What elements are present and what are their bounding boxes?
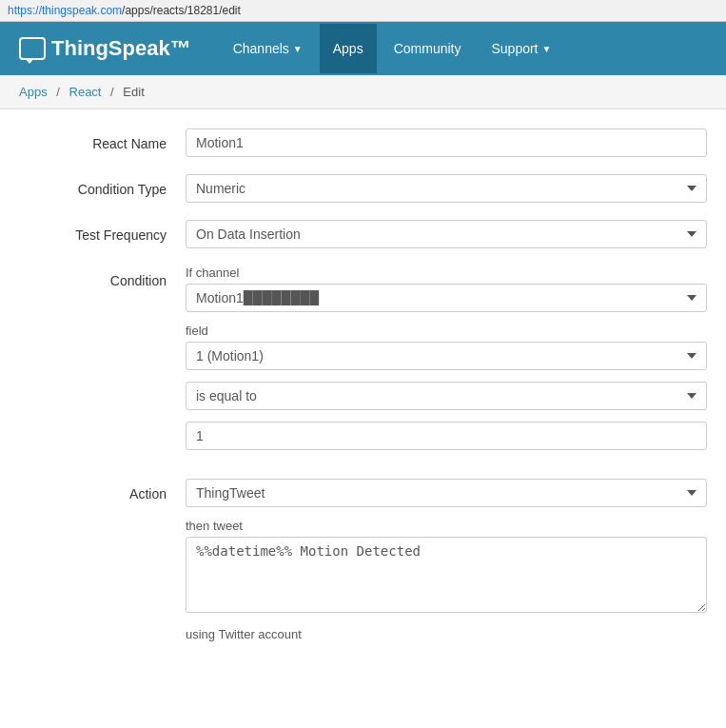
- condition-type-row: Condition Type Numeric String: [19, 174, 707, 203]
- twitter-account-row: using Twitter account: [186, 627, 707, 641]
- react-name-label: React Name: [19, 128, 186, 151]
- nav-channels-label: Channels: [233, 41, 289, 56]
- nav-support[interactable]: Support ▼: [478, 24, 564, 73]
- brand-name: ThingSpeak™: [51, 36, 191, 61]
- nav-apps-label: Apps: [333, 41, 363, 56]
- condition-type-select[interactable]: Numeric String: [186, 174, 707, 203]
- condition-label: Condition: [19, 266, 186, 288]
- if-channel-row: If channel Motion1████████: [186, 266, 707, 312]
- react-name-row: React Name: [19, 128, 707, 157]
- navbar: ThingSpeak™ Channels ▼ Apps Community Su…: [0, 22, 726, 75]
- test-frequency-row: Test Frequency On Data Insertion Every 1…: [19, 220, 707, 248]
- brand-logo[interactable]: ThingSpeak™: [19, 36, 191, 61]
- condition-row: Condition If channel Motion1████████ fie…: [19, 266, 707, 462]
- test-frequency-label: Test Frequency: [19, 220, 186, 243]
- channel-select[interactable]: Motion1████████: [186, 284, 707, 312]
- then-tweet-label: then tweet: [186, 519, 707, 533]
- nav-community[interactable]: Community: [381, 24, 475, 73]
- test-frequency-select[interactable]: On Data Insertion Every 10 Minutes Every…: [186, 220, 707, 248]
- condition-value-input[interactable]: [186, 422, 707, 450]
- condition-fields: If channel Motion1████████ field 1 (Moti…: [186, 266, 707, 462]
- action-row: Action ThingTweet ThingHTTP MATLAB Analy…: [19, 479, 707, 653]
- operator-select[interactable]: is equal to is not equal to is greater t…: [186, 382, 707, 410]
- nav-items: Channels ▼ Apps Community Support ▼: [220, 24, 565, 73]
- if-channel-label: If channel: [186, 266, 707, 280]
- breadcrumb-edit: Edit: [123, 85, 144, 99]
- nav-apps[interactable]: Apps: [320, 24, 377, 73]
- condition-value-row: [186, 422, 707, 450]
- main-form: React Name Condition Type Numeric String…: [0, 109, 726, 689]
- nav-channels[interactable]: Channels ▼: [220, 24, 316, 73]
- nav-community-label: Community: [394, 41, 461, 56]
- address-url: https://thingspeak.com/apps/reacts/18281…: [8, 4, 241, 17]
- react-name-input[interactable]: [186, 128, 707, 157]
- action-field: ThingTweet ThingHTTP MATLAB Analysis the…: [186, 479, 707, 653]
- condition-type-field: Numeric String: [186, 174, 707, 203]
- field-row: field 1 (Motion1) 2: [186, 324, 707, 370]
- support-caret: ▼: [542, 44, 552, 54]
- field-label: field: [186, 324, 707, 338]
- field-select[interactable]: 1 (Motion1) 2: [186, 342, 707, 370]
- twitter-account-label: using Twitter account: [186, 627, 707, 641]
- action-select[interactable]: ThingTweet ThingHTTP MATLAB Analysis: [186, 479, 707, 507]
- breadcrumb-react[interactable]: React: [69, 85, 102, 99]
- then-tweet-textarea[interactable]: %%datetime%% Motion Detected: [186, 537, 707, 613]
- then-tweet-row: then tweet %%datetime%% Motion Detected: [186, 519, 707, 616]
- operator-row: is equal to is not equal to is greater t…: [186, 382, 707, 410]
- chat-icon: [19, 37, 46, 60]
- react-name-field: [186, 128, 707, 157]
- test-frequency-field: On Data Insertion Every 10 Minutes Every…: [186, 220, 707, 248]
- breadcrumb-sep-2: /: [110, 85, 114, 99]
- nav-support-label: Support: [491, 41, 538, 56]
- breadcrumb-sep-1: /: [56, 85, 60, 99]
- address-bar: https://thingspeak.com/apps/reacts/18281…: [0, 0, 726, 22]
- channels-caret: ▼: [293, 44, 303, 54]
- condition-type-label: Condition Type: [19, 174, 186, 197]
- breadcrumb: Apps / React / Edit: [0, 75, 726, 109]
- action-label: Action: [19, 479, 186, 502]
- action-select-row: ThingTweet ThingHTTP MATLAB Analysis: [186, 479, 707, 507]
- breadcrumb-apps[interactable]: Apps: [19, 85, 48, 99]
